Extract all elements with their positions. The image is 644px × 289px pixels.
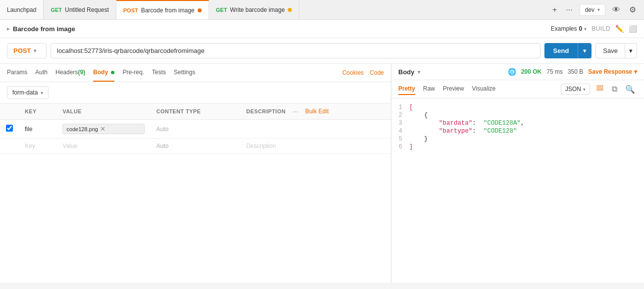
tab-bar: Launchpad GET Untitled Request POST Barc…	[0, 0, 644, 20]
line-content-3: "bardata": "CODE128A",	[409, 120, 644, 127]
tab-headers-label: Headers	[55, 69, 78, 76]
tab-tests[interactable]: Tests	[152, 64, 166, 82]
url-bar: POST ▾ Send ▾ Save ▾	[0, 38, 644, 64]
env-value: dev	[585, 6, 594, 13]
table-row: file code128.png ✕ Auto	[0, 120, 391, 139]
wrap-icon-btn[interactable]	[594, 83, 606, 95]
send-dropdown-button[interactable]: ▾	[578, 43, 591, 58]
response-stats: 🌐 200 OK 75 ms 350 B Save Response ▾	[508, 68, 637, 76]
view-tab-preview[interactable]: Preview	[443, 83, 464, 95]
view-tab-visualize[interactable]: Visualize	[472, 83, 496, 95]
send-group: Send ▾	[544, 43, 592, 58]
request-header: ▸ Barcode from image Examples 0 ▾ BUILD …	[0, 20, 644, 38]
code-line-3: 3 "bardata": "CODE128A",	[391, 119, 644, 127]
row-description-cell[interactable]	[240, 120, 391, 139]
copy-icon-btn[interactable]: ⧉	[610, 84, 619, 95]
file-chip-name: code128.png	[66, 126, 98, 132]
send-button[interactable]: Send	[544, 43, 578, 58]
cookies-code-group: Cookies Code	[342, 69, 384, 76]
method-selector[interactable]: POST ▾	[7, 43, 47, 58]
line-content-1: [	[409, 104, 644, 111]
edit-icon-btn[interactable]: ✏️	[615, 25, 624, 33]
more-tabs-button[interactable]: ···	[564, 3, 574, 16]
tab-prereq[interactable]: Pre-req.	[122, 64, 144, 82]
row-value-cell[interactable]: code128.png ✕	[56, 120, 150, 139]
examples-button[interactable]: Examples 0 ▾	[551, 25, 587, 32]
tab-post-method: POST	[123, 7, 138, 13]
tab-params[interactable]: Params	[7, 64, 27, 82]
line-num-6: 6	[391, 144, 409, 150]
body-params-table: KEY VALUE CONTENT TYPE DESCRIPTION ··· B…	[0, 103, 391, 154]
save-response-chevron-icon: ▾	[634, 68, 637, 75]
url-input[interactable]	[51, 43, 540, 58]
tab-untitled-method: GET	[51, 7, 62, 13]
header-actions: Examples 0 ▾ BUILD ✏️ ⬜	[551, 25, 637, 33]
row-checkbox[interactable]	[6, 125, 13, 132]
table-more-button[interactable]: ···	[290, 107, 302, 115]
code-line-6: 6 ]	[391, 143, 644, 151]
response-body-label: Body	[398, 68, 415, 76]
body-type-selector[interactable]: form-data ▾	[7, 86, 49, 99]
tab-untitled-request[interactable]: GET Untitled Request	[44, 0, 116, 19]
line-num-3: 3	[391, 120, 409, 127]
save-response-button[interactable]: Save Response ▾	[588, 68, 637, 75]
row-checkbox-cell[interactable]	[0, 120, 19, 139]
tab-launchpad[interactable]: Launchpad	[0, 0, 44, 19]
cookies-button[interactable]: Cookies	[342, 69, 364, 76]
tab-body[interactable]: Body	[93, 64, 114, 82]
empty-description-cell[interactable]: Description	[240, 139, 391, 154]
format-selector[interactable]: JSON ▾	[561, 84, 590, 95]
tab-launchpad-label: Launchpad	[7, 6, 36, 13]
row-content-type-cell[interactable]: Auto	[151, 120, 240, 139]
empty-key-placeholder: Key	[25, 143, 35, 149]
view-tab-preview-label: Preview	[443, 85, 464, 92]
format-chevron-icon: ▾	[583, 87, 586, 92]
response-code-area[interactable]: 1 [ 2 { 3 "bardata": "CODE128A", 4 "bart…	[391, 98, 644, 283]
response-status: 200 OK	[521, 68, 541, 75]
save-dropdown-button[interactable]: ▾	[625, 43, 637, 58]
tab-barcode-from-image[interactable]: POST Barcode from image	[116, 0, 209, 19]
body-type-chevron-icon: ▾	[41, 90, 43, 96]
file-remove-button[interactable]: ✕	[100, 125, 106, 133]
tab-params-label: Params	[7, 69, 27, 76]
save-button[interactable]: Save	[595, 43, 625, 58]
search-icon-btn[interactable]: 🔍	[623, 84, 637, 95]
table-header-content-type: CONTENT TYPE	[151, 103, 240, 120]
settings-icon-btn[interactable]: ⚙	[627, 3, 638, 16]
tab-body-label: Body	[93, 69, 108, 76]
tab-auth[interactable]: Auth	[35, 64, 48, 82]
tab-settings[interactable]: Settings	[174, 64, 195, 82]
environment-selector[interactable]: dev ▾	[580, 4, 605, 16]
body-options: form-data ▾	[0, 82, 391, 103]
tab-barcode-dot	[198, 8, 202, 12]
method-value: POST	[13, 47, 31, 54]
tab-actions: + ··· dev ▾ 👁 ⚙	[544, 3, 644, 16]
build-button[interactable]: BUILD	[591, 25, 610, 32]
tab-headers[interactable]: Headers(9)	[55, 64, 85, 82]
code-button[interactable]: Code	[370, 69, 384, 76]
view-tab-pretty-label: Pretty	[398, 85, 415, 92]
bulk-edit-button[interactable]: Bulk Edit	[305, 108, 328, 115]
format-value: JSON	[565, 86, 581, 93]
main-content: Params Auth Headers(9) Body Pre-req. Tes…	[0, 64, 644, 283]
table-header-description: DESCRIPTION ··· Bulk Edit	[240, 103, 391, 120]
line-num-5: 5	[391, 136, 409, 143]
view-tab-raw[interactable]: Raw	[423, 83, 435, 95]
view-tab-actions: JSON ▾ ⧉ 🔍	[561, 83, 637, 95]
empty-key-cell[interactable]: Key	[19, 139, 56, 154]
save-dropdown-chevron-icon: ▾	[629, 47, 633, 54]
env-chevron-icon: ▾	[597, 7, 600, 12]
send-dropdown-chevron-icon: ▾	[583, 47, 587, 54]
row-key-cell[interactable]: file	[19, 120, 56, 139]
add-tab-button[interactable]: +	[550, 3, 559, 16]
view-tab-pretty[interactable]: Pretty	[398, 83, 415, 95]
save-icon-btn[interactable]: ⬜	[629, 25, 637, 33]
method-chevron-icon: ▾	[34, 48, 36, 53]
tab-write-barcode[interactable]: GET Write barcode image	[209, 0, 299, 19]
breadcrumb-arrow: ▸	[7, 25, 10, 32]
empty-value-cell[interactable]: Value	[56, 139, 150, 154]
line-num-1: 1	[391, 104, 409, 111]
line-content-2: {	[409, 112, 644, 119]
eye-icon-btn[interactable]: 👁	[610, 3, 622, 16]
tab-auth-label: Auth	[35, 69, 48, 76]
